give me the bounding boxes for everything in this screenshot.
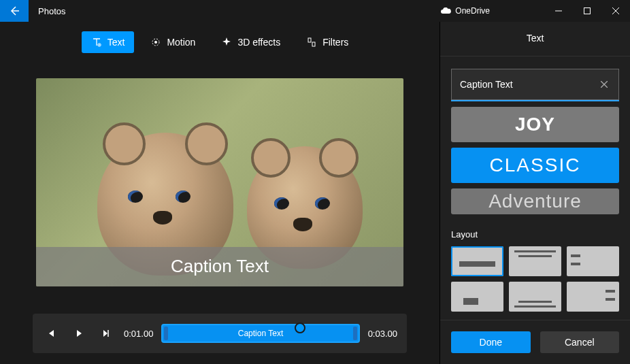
text-style-label: CLASSIC [490, 154, 581, 176]
play-icon [74, 329, 84, 338]
step-forward-icon [101, 329, 111, 338]
layout-option-left-lines[interactable] [567, 246, 619, 276]
close-button[interactable] [601, 0, 630, 22]
input-focus-underline [451, 100, 619, 101]
caption-input[interactable] [460, 79, 598, 90]
side-panel-title: Text [440, 22, 630, 56]
clear-caption-button[interactable] [598, 76, 610, 93]
onedrive-label: OneDrive [455, 6, 490, 16]
toolbar: Text Motion 3D effects Filters [0, 22, 440, 63]
caption-overlay[interactable]: Caption Text [36, 247, 403, 286]
back-button[interactable] [0, 0, 29, 22]
video-preview[interactable]: Caption Text [36, 78, 403, 286]
x-icon [601, 81, 608, 88]
filters-icon [306, 37, 317, 48]
timeline: 0:01.00 Caption Text 0:03.00 [33, 314, 407, 353]
caption-input-wrap [451, 69, 619, 100]
tool-3d-effects[interactable]: 3D effects [212, 31, 290, 53]
playhead[interactable] [296, 324, 304, 332]
layout-grid [451, 246, 619, 312]
tool-motion-label: Motion [167, 37, 195, 48]
layout-option-bottom-lines[interactable] [509, 282, 561, 312]
done-button[interactable]: Done [451, 331, 531, 353]
text-style-classic[interactable]: CLASSIC [451, 148, 619, 183]
step-back-icon [47, 329, 56, 338]
close-icon [612, 7, 619, 14]
app-title: Photos [38, 6, 65, 16]
sparkle-icon [221, 37, 232, 48]
side-panel: Text JOY CLASSIC Adventure Layout [440, 22, 630, 364]
onedrive-status[interactable]: OneDrive [440, 6, 490, 16]
svg-rect-5 [312, 42, 315, 46]
layout-option-center-bar[interactable] [451, 246, 503, 276]
arrow-left-icon [9, 5, 20, 16]
tool-text[interactable]: Text [82, 31, 135, 53]
tool-filters-label: Filters [322, 37, 348, 48]
text-style-label: JOY [515, 114, 555, 135]
svg-rect-0 [584, 8, 591, 14]
layout-option-top-lines[interactable] [509, 246, 561, 276]
tool-3d-label: 3D effects [237, 37, 280, 48]
main-editor: Text Motion 3D effects Filters [0, 22, 440, 364]
clip-start-time: 0:01.00 [124, 329, 153, 339]
tool-filters[interactable]: Filters [297, 31, 358, 53]
minimize-button[interactable] [544, 0, 573, 22]
step-back-button[interactable] [42, 324, 61, 343]
timeline-clip[interactable]: Caption Text [161, 324, 359, 343]
text-style-joy[interactable]: JOY [451, 107, 619, 142]
done-label: Done [480, 337, 502, 348]
maximize-icon [584, 7, 591, 14]
timeline-clip-label: Caption Text [238, 329, 284, 338]
text-style-label: Adventure [488, 191, 582, 212]
layout-option-right-lines[interactable] [567, 282, 619, 312]
tool-text-label: Text [107, 37, 125, 48]
maximize-button[interactable] [573, 0, 601, 22]
titlebar: Photos OneDrive [0, 0, 630, 22]
tool-motion[interactable]: Motion [141, 31, 205, 53]
cancel-button[interactable]: Cancel [540, 331, 620, 353]
play-button[interactable] [69, 324, 88, 343]
cancel-label: Cancel [565, 337, 595, 348]
cloud-icon [440, 7, 451, 14]
step-forward-button[interactable] [97, 324, 116, 343]
layout-option-bottom-left-block[interactable] [451, 282, 503, 312]
svg-point-2 [154, 41, 157, 44]
motion-icon [150, 37, 161, 48]
text-style-adventure[interactable]: Adventure [451, 188, 619, 214]
text-icon [91, 37, 102, 48]
clip-end-time: 0:03.00 [368, 329, 397, 339]
layout-section-label: Layout [451, 229, 619, 239]
svg-rect-4 [308, 38, 311, 42]
minimize-icon [555, 7, 562, 14]
